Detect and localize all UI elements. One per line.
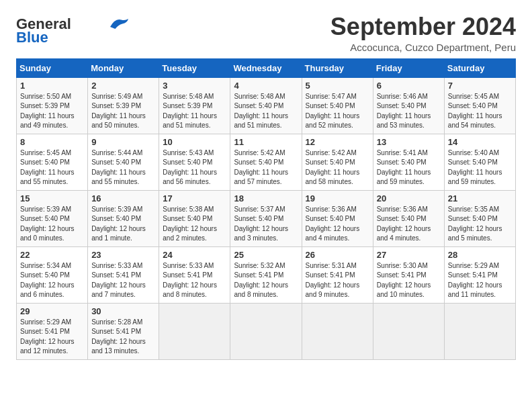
title-block: September 2024 Accocunca, Cuzco Departme…	[330, 13, 516, 53]
week-row-5: 29Sunrise: 5:29 AM Sunset: 5:41 PM Dayli…	[17, 303, 516, 359]
day-info: Sunrise: 5:42 AM Sunset: 5:40 PM Dayligh…	[234, 148, 298, 187]
calendar-cell: 24Sunrise: 5:33 AM Sunset: 5:41 PM Dayli…	[159, 246, 230, 303]
day-info: Sunrise: 5:49 AM Sunset: 5:39 PM Dayligh…	[91, 92, 155, 131]
day-number: 9	[91, 137, 155, 147]
calendar-cell: 26Sunrise: 5:31 AM Sunset: 5:41 PM Dayli…	[302, 246, 373, 303]
calendar-cell: 2Sunrise: 5:49 AM Sunset: 5:39 PM Daylig…	[88, 77, 159, 134]
calendar-cell: 1Sunrise: 5:50 AM Sunset: 5:39 PM Daylig…	[17, 77, 88, 134]
calendar-cell: 17Sunrise: 5:38 AM Sunset: 5:40 PM Dayli…	[159, 190, 230, 246]
day-info: Sunrise: 5:45 AM Sunset: 5:40 PM Dayligh…	[20, 148, 84, 187]
calendar-cell: 22Sunrise: 5:34 AM Sunset: 5:40 PM Dayli…	[17, 246, 88, 303]
week-row-2: 8Sunrise: 5:45 AM Sunset: 5:40 PM Daylig…	[17, 134, 516, 190]
day-info: Sunrise: 5:36 AM Sunset: 5:40 PM Dayligh…	[306, 205, 369, 244]
header: General Blue September 2024 Accocunca, C…	[16, 13, 516, 53]
day-info: Sunrise: 5:43 AM Sunset: 5:40 PM Dayligh…	[163, 148, 226, 187]
day-info: Sunrise: 5:40 AM Sunset: 5:40 PM Dayligh…	[448, 148, 512, 187]
calendar-cell: 30Sunrise: 5:28 AM Sunset: 5:41 PM Dayli…	[88, 303, 159, 359]
day-info: Sunrise: 5:47 AM Sunset: 5:40 PM Dayligh…	[306, 92, 369, 131]
day-number: 17	[163, 193, 226, 203]
calendar-table: SundayMondayTuesdayWednesdayThursdayFrid…	[16, 58, 516, 360]
calendar-cell: 10Sunrise: 5:43 AM Sunset: 5:40 PM Dayli…	[159, 134, 230, 190]
calendar-cell: 19Sunrise: 5:36 AM Sunset: 5:40 PM Dayli…	[302, 190, 373, 246]
weekday-header-monday: Monday	[88, 58, 159, 77]
day-number: 26	[306, 250, 369, 260]
day-number: 24	[163, 250, 226, 260]
day-info: Sunrise: 5:30 AM Sunset: 5:41 PM Dayligh…	[377, 261, 441, 300]
day-number: 22	[20, 250, 84, 260]
weekday-header-friday: Friday	[373, 58, 444, 77]
weekday-header-thursday: Thursday	[302, 58, 373, 77]
day-number: 12	[306, 137, 369, 147]
weekday-header-saturday: Saturday	[444, 58, 515, 77]
calendar-cell: 14Sunrise: 5:40 AM Sunset: 5:40 PM Dayli…	[444, 134, 515, 190]
day-number: 4	[234, 81, 298, 91]
day-number: 3	[163, 81, 226, 91]
day-info: Sunrise: 5:35 AM Sunset: 5:40 PM Dayligh…	[448, 205, 512, 244]
day-number: 2	[91, 81, 155, 91]
day-info: Sunrise: 5:46 AM Sunset: 5:40 PM Dayligh…	[377, 92, 441, 131]
day-number: 7	[448, 81, 512, 91]
day-number: 14	[448, 137, 512, 147]
weekday-header-wednesday: Wednesday	[230, 58, 302, 77]
day-info: Sunrise: 5:48 AM Sunset: 5:39 PM Dayligh…	[163, 92, 226, 131]
day-info: Sunrise: 5:33 AM Sunset: 5:41 PM Dayligh…	[163, 261, 226, 300]
calendar-cell: 4Sunrise: 5:48 AM Sunset: 5:40 PM Daylig…	[230, 77, 302, 134]
location: Accocunca, Cuzco Department, Peru	[330, 42, 516, 53]
day-number: 28	[448, 250, 512, 260]
day-info: Sunrise: 5:36 AM Sunset: 5:40 PM Dayligh…	[377, 205, 441, 244]
day-info: Sunrise: 5:38 AM Sunset: 5:40 PM Dayligh…	[163, 205, 226, 244]
calendar-cell: 21Sunrise: 5:35 AM Sunset: 5:40 PM Dayli…	[444, 190, 515, 246]
day-number: 1	[20, 81, 84, 91]
week-row-1: 1Sunrise: 5:50 AM Sunset: 5:39 PM Daylig…	[17, 77, 516, 134]
day-number: 10	[163, 137, 226, 147]
day-number: 16	[91, 193, 155, 203]
day-number: 11	[234, 137, 298, 147]
calendar-cell: 28Sunrise: 5:29 AM Sunset: 5:41 PM Dayli…	[444, 246, 515, 303]
weekday-header-tuesday: Tuesday	[159, 58, 230, 77]
day-info: Sunrise: 5:31 AM Sunset: 5:41 PM Dayligh…	[306, 261, 369, 300]
day-number: 30	[91, 306, 155, 316]
day-info: Sunrise: 5:39 AM Sunset: 5:40 PM Dayligh…	[20, 205, 84, 244]
day-number: 25	[234, 250, 298, 260]
weekday-header-row: SundayMondayTuesdayWednesdayThursdayFrid…	[17, 58, 516, 77]
day-info: Sunrise: 5:28 AM Sunset: 5:41 PM Dayligh…	[91, 318, 155, 357]
week-row-3: 15Sunrise: 5:39 AM Sunset: 5:40 PM Dayli…	[17, 190, 516, 246]
day-number: 18	[234, 193, 298, 203]
day-number: 21	[448, 193, 512, 203]
month-title: September 2024	[330, 13, 516, 40]
calendar-cell	[159, 303, 230, 359]
day-info: Sunrise: 5:29 AM Sunset: 5:41 PM Dayligh…	[448, 261, 512, 300]
day-info: Sunrise: 5:34 AM Sunset: 5:40 PM Dayligh…	[20, 261, 84, 300]
calendar-cell: 9Sunrise: 5:44 AM Sunset: 5:40 PM Daylig…	[88, 134, 159, 190]
calendar-cell: 11Sunrise: 5:42 AM Sunset: 5:40 PM Dayli…	[230, 134, 302, 190]
calendar-cell: 18Sunrise: 5:37 AM Sunset: 5:40 PM Dayli…	[230, 190, 302, 246]
day-number: 15	[20, 193, 84, 203]
calendar-cell: 25Sunrise: 5:32 AM Sunset: 5:41 PM Dayli…	[230, 246, 302, 303]
day-info: Sunrise: 5:39 AM Sunset: 5:40 PM Dayligh…	[91, 205, 155, 244]
calendar-cell: 15Sunrise: 5:39 AM Sunset: 5:40 PM Dayli…	[17, 190, 88, 246]
day-info: Sunrise: 5:50 AM Sunset: 5:39 PM Dayligh…	[20, 92, 84, 131]
calendar-cell: 27Sunrise: 5:30 AM Sunset: 5:41 PM Dayli…	[373, 246, 444, 303]
calendar-cell	[302, 303, 373, 359]
day-number: 20	[377, 193, 441, 203]
day-number: 5	[306, 81, 369, 91]
day-number: 8	[20, 137, 84, 147]
calendar-cell: 20Sunrise: 5:36 AM Sunset: 5:40 PM Dayli…	[373, 190, 444, 246]
calendar-cell	[230, 303, 302, 359]
day-info: Sunrise: 5:33 AM Sunset: 5:41 PM Dayligh…	[91, 261, 155, 300]
day-number: 19	[306, 193, 369, 203]
day-info: Sunrise: 5:32 AM Sunset: 5:41 PM Dayligh…	[234, 261, 298, 300]
weekday-header-sunday: Sunday	[17, 58, 88, 77]
day-number: 27	[377, 250, 441, 260]
calendar-cell	[373, 303, 444, 359]
day-info: Sunrise: 5:48 AM Sunset: 5:40 PM Dayligh…	[234, 92, 298, 131]
logo-bird-icon	[106, 15, 130, 30]
day-info: Sunrise: 5:29 AM Sunset: 5:41 PM Dayligh…	[20, 318, 84, 357]
day-info: Sunrise: 5:44 AM Sunset: 5:40 PM Dayligh…	[91, 148, 155, 187]
logo-blue: Blue	[16, 29, 48, 46]
calendar-cell: 23Sunrise: 5:33 AM Sunset: 5:41 PM Dayli…	[88, 246, 159, 303]
calendar-cell: 29Sunrise: 5:29 AM Sunset: 5:41 PM Dayli…	[17, 303, 88, 359]
calendar-cell	[444, 303, 515, 359]
day-info: Sunrise: 5:42 AM Sunset: 5:40 PM Dayligh…	[306, 148, 369, 187]
day-number: 29	[20, 306, 84, 316]
